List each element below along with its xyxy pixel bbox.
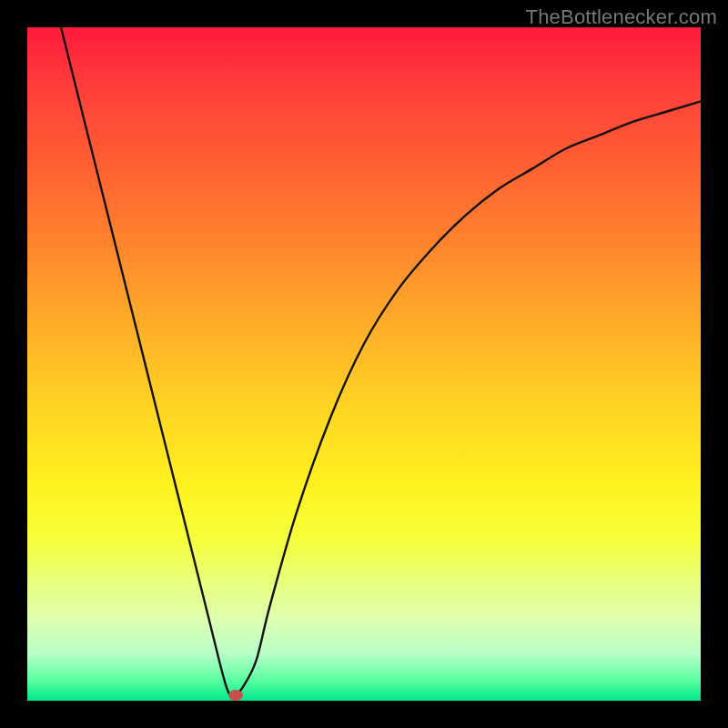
chart-frame: TheBottlenecker.com [0,0,728,728]
curve-path [61,27,701,696]
minimum-marker [228,690,243,701]
bottleneck-curve [27,27,701,701]
plot-area [27,27,701,701]
watermark-text: TheBottlenecker.com [526,5,717,29]
